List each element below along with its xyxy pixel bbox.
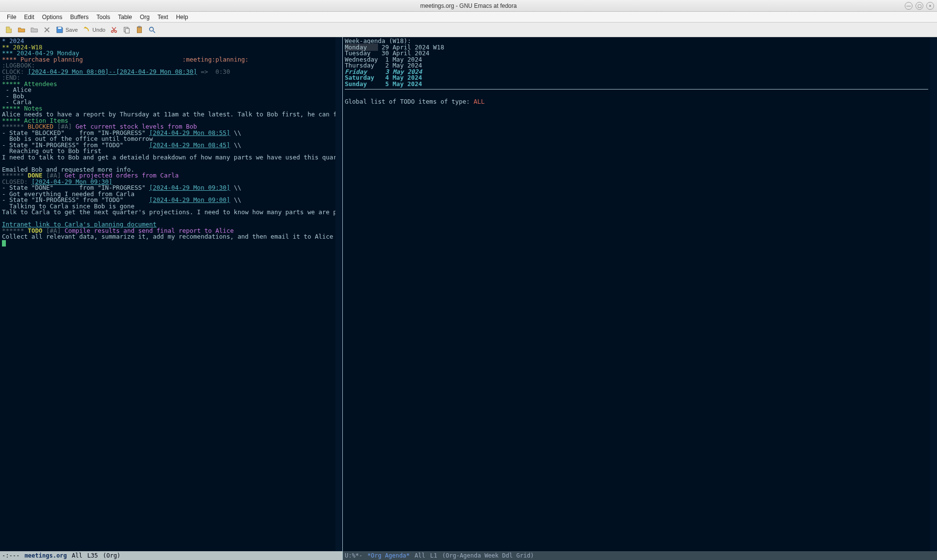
- ai3-body: Collect all relevant data, summarize it,…: [2, 233, 335, 240]
- ai2-state3-ts[interactable]: [2024-04-29 Mon 09:00]: [149, 196, 230, 203]
- text-cursor: [2, 240, 6, 246]
- agenda-day-row: Sunday 5 May 2024: [345, 80, 422, 88]
- menu-file[interactable]: File: [3, 12, 20, 22]
- agenda-buffer[interactable]: Week-agenda (W18): Monday 29 April 2024 …: [343, 37, 930, 551]
- ai2-body: Talk to Carla to get the next quarter's …: [2, 208, 335, 216]
- agenda-todo-label: Global list of TODO items of type:: [345, 98, 473, 105]
- window-minimize-button[interactable]: —: [905, 2, 913, 10]
- menu-text[interactable]: Text: [154, 12, 172, 22]
- ai2-state1-ts[interactable]: [2024-04-29 Mon 09:30]: [149, 184, 230, 191]
- svg-rect-4: [126, 28, 130, 33]
- editor-area: * 2024 ** 2024-W18 *** 2024-04-29 Monday…: [0, 37, 937, 560]
- dired-button[interactable]: [28, 24, 40, 36]
- undo-label: Undo: [92, 27, 105, 33]
- left-scrollbar[interactable]: [335, 37, 342, 551]
- search-button[interactable]: [146, 24, 158, 36]
- menu-edit[interactable]: Edit: [20, 12, 38, 22]
- close-x-icon: [43, 26, 51, 34]
- menubar: File Edit Options Buffers Tools Table Or…: [0, 12, 937, 22]
- menu-buffers[interactable]: Buffers: [66, 12, 92, 22]
- modeline-status: -:---: [2, 553, 20, 559]
- undo-icon: [83, 26, 90, 34]
- heading-meeting-tags: :meeting:planning:: [182, 56, 248, 63]
- menu-tools[interactable]: Tools: [92, 12, 114, 22]
- left-modeline[interactable]: -:--- meetings.org All L35 (Org): [0, 551, 342, 560]
- modeline-line: L35: [88, 553, 98, 559]
- menu-options[interactable]: Options: [38, 12, 66, 22]
- save-icon: [56, 26, 64, 34]
- ai1-body: I need to talk to Bob and get a detaield…: [2, 154, 335, 161]
- window-maximize-button[interactable]: ▢: [915, 2, 923, 10]
- agenda-todo-type: ALL: [473, 98, 485, 105]
- clock-range[interactable]: [2024-04-29 Mon 08:00]--[2024-04-29 Mon …: [28, 68, 197, 75]
- svg-rect-6: [138, 26, 140, 27]
- scissors-icon: [110, 26, 118, 34]
- ai1-state2-ts[interactable]: [2024-04-29 Mon 08:45]: [149, 141, 230, 149]
- menu-table[interactable]: Table: [114, 12, 136, 22]
- right-scrollbar[interactable]: [930, 37, 937, 551]
- open-folder-icon: [18, 26, 25, 34]
- open-folder-button[interactable]: [16, 24, 27, 36]
- new-file-button[interactable]: [3, 24, 15, 36]
- new-file-icon: [5, 26, 13, 34]
- cut-button[interactable]: [108, 24, 120, 36]
- paste-button[interactable]: [134, 24, 145, 36]
- svg-point-7: [150, 27, 154, 31]
- search-icon: [148, 26, 156, 34]
- paste-icon: [135, 26, 143, 34]
- window-titlebar: meetings.org - GNU Emacs at fedora — ▢ ×: [0, 0, 937, 12]
- ai1-state1-post: \\: [230, 129, 242, 136]
- modeline-position: All: [72, 553, 83, 559]
- window-title: meetings.org - GNU Emacs at fedora: [420, 2, 516, 9]
- menu-help[interactable]: Help: [172, 12, 192, 22]
- undo-button[interactable]: Undo: [81, 24, 107, 36]
- modeline-mode: (Org): [103, 553, 120, 559]
- svg-rect-5: [137, 27, 142, 33]
- right-modeline[interactable]: U:%*- *Org Agenda* All L1 (Org-Agenda We…: [343, 551, 937, 560]
- folder-icon: [30, 26, 38, 34]
- copy-button[interactable]: [121, 24, 133, 36]
- ai2-state3-post: \\: [230, 196, 242, 203]
- modeline-status: U:%*-: [345, 553, 362, 559]
- org-buffer[interactable]: * 2024 ** 2024-W18 *** 2024-04-29 Monday…: [0, 37, 335, 551]
- menu-org[interactable]: Org: [136, 12, 154, 22]
- save-button[interactable]: Save: [54, 24, 80, 36]
- modeline-mode: (Org-Agenda Week Ddl Grid): [442, 553, 534, 559]
- kill-buffer-button[interactable]: [41, 24, 53, 36]
- svg-rect-0: [58, 27, 62, 28]
- copy-icon: [123, 26, 131, 34]
- modeline-line: L1: [430, 553, 437, 559]
- right-pane: Week-agenda (W18): Monday 29 April 2024 …: [343, 37, 937, 560]
- ai1-state2-post: \\: [230, 141, 242, 149]
- modeline-buffer-name: *Org Agenda*: [367, 553, 410, 559]
- window-close-button[interactable]: ×: [926, 2, 934, 10]
- modeline-buffer-name: meetings.org: [24, 553, 67, 559]
- agenda-separator: [345, 89, 928, 90]
- modeline-position: All: [415, 553, 425, 559]
- save-label: Save: [66, 27, 78, 33]
- clock-suffix: => 0:30: [197, 68, 230, 75]
- left-pane: * 2024 ** 2024-W18 *** 2024-04-29 Monday…: [0, 37, 342, 560]
- ai1-state1-ts[interactable]: [2024-04-29 Mon 08:55]: [149, 129, 230, 136]
- ai2-state1-post: \\: [230, 184, 242, 191]
- toolbar: Save Undo: [0, 22, 937, 37]
